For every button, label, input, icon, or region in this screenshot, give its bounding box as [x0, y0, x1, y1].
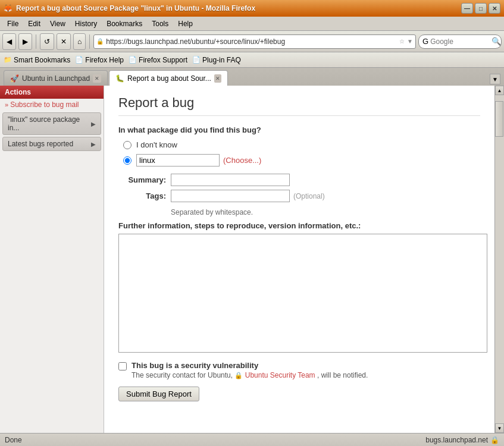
tags-row: Tags: (Optional)	[118, 190, 480, 202]
search-bar[interactable]: G 🔍	[418, 34, 502, 49]
dropdown-icon[interactable]: ▼	[407, 38, 413, 45]
tab-ubuntu-launchpad-close[interactable]: ✕	[93, 74, 101, 83]
tab-ubuntu-launchpad[interactable]: 🚀 Ubuntu in Launchpad ✕	[4, 70, 108, 86]
tab-ubuntu-launchpad-label: Ubuntu in Launchpad	[22, 74, 90, 83]
package-question: In what package did you find this bug?	[118, 125, 480, 134]
page-icon-3: 📄	[192, 56, 201, 64]
reload-button[interactable]: ↺	[40, 33, 54, 50]
menubar: File Edit View History Bookmarks Tools H…	[0, 17, 504, 31]
titlebar-left: 🦊 Report a bug about Source Package "lin…	[4, 4, 255, 12]
choose-link[interactable]: (Choose...)	[223, 156, 261, 165]
scrollbar-thumb[interactable]	[495, 101, 503, 137]
toolbar: ◀ ▶ ↺ ✕ ⌂ 🔒 ☆ ▼ G 🔍	[0, 31, 504, 52]
security-title: This bug is a security vulnerability	[132, 361, 368, 370]
package-input[interactable]	[136, 154, 220, 167]
tabs-overflow: ▼	[490, 74, 500, 86]
bookmark-smart-label: Smart Bookmarks	[14, 56, 70, 64]
status-text: Done	[5, 436, 22, 444]
menu-tools[interactable]: Tools	[147, 18, 173, 29]
menu-edit[interactable]: Edit	[23, 18, 45, 29]
sidebar-latest-label: Latest bugs reported	[8, 140, 73, 148]
tab-report-bug-icon: 🐛	[115, 74, 124, 83]
url-input[interactable]	[106, 37, 397, 46]
radio-dont-know[interactable]	[123, 141, 132, 149]
bookmark-firefox-support[interactable]: 📄 Firefox Support	[129, 56, 187, 64]
url-bar[interactable]: 🔒 ☆ ▼	[93, 34, 416, 49]
scrollbar-track[interactable]	[495, 95, 504, 423]
tab-report-bug-label: Report a bug about Sour...	[127, 74, 211, 83]
menu-view[interactable]: View	[45, 18, 70, 29]
search-input[interactable]	[430, 37, 490, 46]
radio-package-row: (Choose...)	[123, 154, 480, 167]
radio-dont-know-row: I don't know	[123, 140, 480, 149]
submit-button[interactable]: Submit Bug Report	[118, 387, 199, 401]
back-button[interactable]: ◀	[2, 33, 16, 50]
titlebar: 🦊 Report a bug about Source Package "lin…	[0, 0, 504, 17]
star-icon: ☆	[399, 38, 405, 45]
url-security-icon: 🔒	[96, 38, 104, 45]
home-button[interactable]: ⌂	[73, 33, 86, 50]
sidebar-latest-arrow: ▶	[91, 141, 96, 147]
radio-group: I don't know (Choose...)	[118, 140, 480, 167]
tab-report-bug[interactable]: 🐛 Report a bug about Sour... ✕	[109, 70, 228, 86]
maximize-button[interactable]: □	[475, 3, 487, 14]
status-lock-icon: 🔒	[490, 436, 499, 444]
bookmark-firefox-help[interactable]: 📄 Firefox Help	[75, 56, 124, 64]
tags-input[interactable]	[171, 190, 290, 202]
summary-row: Summary:	[118, 174, 480, 186]
optional-text: (Optional)	[293, 192, 325, 200]
scrollbar-down[interactable]: ▼	[495, 423, 504, 433]
close-button[interactable]: ✕	[489, 3, 500, 14]
security-team-link[interactable]: Ubuntu Security Team	[245, 371, 315, 379]
bookmark-plugin-faq[interactable]: 📄 Plug-in FAQ	[192, 56, 241, 64]
tabs-overflow-button[interactable]: ▼	[490, 74, 500, 84]
subscribe-link[interactable]: » Subscribe to bug mail	[0, 99, 104, 111]
bookmarks-bar: 📁 Smart Bookmarks 📄 Firefox Help 📄 Firef…	[0, 52, 504, 68]
further-info-textarea[interactable]	[118, 234, 487, 353]
actions-header: Actions	[0, 86, 104, 99]
back-icon: ◀	[7, 37, 12, 46]
tabs-bar: 🚀 Ubuntu in Launchpad ✕ 🐛 Report a bug a…	[0, 68, 504, 86]
sidebar-linux-label: "linux" source package in...	[8, 115, 91, 132]
security-desc-suffix: , will be notified.	[317, 371, 368, 379]
main-container: Actions » Subscribe to bug mail "linux" …	[0, 86, 504, 433]
menu-bookmarks[interactable]: Bookmarks	[102, 18, 147, 29]
sidebar-latest-bugs[interactable]: Latest bugs reported ▶	[2, 137, 101, 151]
firefox-icon: 🦊	[4, 4, 12, 12]
forward-icon: ▶	[23, 37, 28, 46]
security-desc-prefix: The security contact for Ubuntu,	[132, 371, 233, 379]
security-section: This bug is a security vulnerability The…	[118, 361, 480, 379]
sidebar-linux-arrow: ▶	[91, 121, 96, 127]
summary-input[interactable]	[171, 174, 290, 186]
toolbar-separator-2	[89, 34, 90, 49]
sidebar-linux-package[interactable]: "linux" source package in... ▶	[2, 112, 101, 135]
bookmark-plugin-faq-label: Plug-in FAQ	[202, 56, 241, 64]
tab-report-bug-close[interactable]: ✕	[214, 74, 221, 83]
reload-icon: ↺	[44, 37, 50, 46]
window-title: Report a bug about Source Package "linux…	[16, 4, 255, 12]
radio-package[interactable]	[123, 156, 132, 165]
search-icon[interactable]: 🔍	[492, 37, 501, 46]
status-right: bugs.launchpad.net 🔒	[425, 436, 499, 444]
menu-help[interactable]: Help	[173, 18, 198, 29]
security-checkbox[interactable]	[118, 362, 127, 370]
further-info-label: Further information, steps to reproduce,…	[118, 221, 480, 230]
bookmark-firefox-support-label: Firefox Support	[139, 56, 187, 64]
minimize-button[interactable]: —	[461, 3, 473, 14]
tags-hint: Separated by whitespace.	[171, 208, 480, 216]
menu-file[interactable]: File	[2, 18, 23, 29]
google-icon: G	[422, 37, 428, 46]
scrollbar-up[interactable]: ▲	[495, 86, 504, 95]
lock-icon: 🔒	[234, 372, 243, 379]
tab-ubuntu-launchpad-icon: 🚀	[10, 74, 19, 83]
scrollbar: ▲ ▼	[494, 86, 504, 433]
menu-history[interactable]: History	[70, 18, 102, 29]
home-icon: ⌂	[77, 37, 82, 46]
toolbar-separator	[36, 34, 36, 49]
statusbar: Done bugs.launchpad.net 🔒	[0, 433, 504, 446]
subscribe-label: Subscribe to bug mail	[10, 100, 79, 109]
forward-button[interactable]: ▶	[18, 33, 32, 50]
stop-button[interactable]: ✕	[57, 33, 71, 50]
bookmark-smart[interactable]: 📁 Smart Bookmarks	[4, 56, 70, 64]
tags-label: Tags:	[118, 191, 166, 200]
